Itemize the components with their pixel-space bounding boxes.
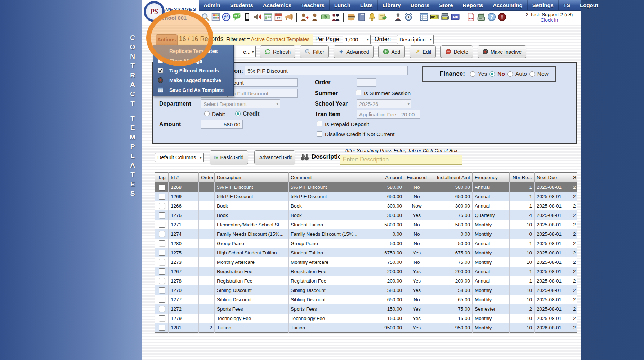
table-row[interactable]: 1279Technology FeeTechnology Fee150.00Ye… [155, 314, 577, 323]
summer-session-checkbox[interactable] [356, 90, 361, 95]
search-icon[interactable] [201, 13, 210, 21]
actions-button[interactable]: Actions [156, 34, 178, 45]
order-input[interactable] [357, 78, 376, 87]
tag-checkbox[interactable] [159, 315, 165, 321]
lunch-icon[interactable] [347, 13, 355, 21]
credit-radio[interactable] [235, 111, 241, 116]
column-header-comment[interactable]: Comment [289, 173, 362, 182]
menu-item-replicate-templates[interactable]: Replicate Templates [153, 46, 233, 56]
table-row[interactable]: 1273Monthly AftercareMonthly Aftercare75… [155, 257, 577, 267]
ledger-icon[interactable] [420, 13, 428, 21]
nav-item-lunch[interactable]: Lunch [330, 0, 355, 10]
disallow-credit-checkbox[interactable] [317, 131, 322, 137]
menu-item-save-grid-as-template[interactable]: Save Grid As Template [153, 85, 233, 95]
finance-yes-radio[interactable] [470, 71, 475, 77]
tag-checkbox[interactable] [159, 306, 165, 312]
speaker-icon[interactable] [253, 13, 262, 21]
table-row[interactable]: 1280Group PianoGroup Piano50.00No50.00An… [155, 239, 577, 248]
tag-checkbox[interactable] [159, 222, 165, 228]
column-header-id[interactable]: Id # [169, 173, 199, 182]
tag-checkbox[interactable] [159, 212, 165, 218]
nav-item-students[interactable]: Students [225, 0, 258, 10]
description-input[interactable] [245, 66, 408, 75]
table-row[interactable]: 1274Family Needs Discount (15%...Family … [155, 229, 577, 239]
basic-grid-button[interactable]: Basic Grid [210, 150, 248, 164]
advanced-button[interactable]: Advanced [334, 45, 374, 58]
calendar-icon[interactable] [264, 13, 272, 21]
table-row[interactable]: 1271Elementary/Middle School St...Studen… [155, 220, 577, 229]
print-checks-icon[interactable] [440, 13, 449, 21]
nav-item-donors[interactable]: Donors [406, 0, 435, 10]
nav-item-store[interactable]: Store [434, 0, 458, 10]
menu-item-tag-filtered-records[interactable]: Tag Filtered Records [153, 66, 233, 75]
finance-auto-radio[interactable] [507, 71, 513, 77]
nav-item-academics[interactable]: Academics [258, 0, 296, 10]
per-page-select[interactable]: 1,000▾ [343, 35, 371, 44]
make-inactive-button[interactable]: Make Inactive [478, 45, 526, 58]
phone-icon[interactable] [243, 13, 251, 21]
column-header-order[interactable]: Order [199, 173, 215, 182]
table-row[interactable]: 1278Registration FeeRegistration Fee200.… [155, 276, 577, 285]
tag-checkbox[interactable] [159, 259, 165, 265]
table-row[interactable]: 12695% PIF Discount5% PIF Discount650.00… [155, 192, 577, 201]
order-select[interactable]: Description▾ [397, 35, 434, 44]
alert-icon[interactable] [498, 13, 506, 21]
tag-checkbox[interactable] [159, 203, 165, 209]
tag-checkbox[interactable] [159, 287, 165, 293]
tag-checkbox[interactable] [159, 240, 165, 246]
nav-item-settings[interactable]: Settings [528, 0, 559, 10]
advanced-grid-button[interactable]: Advanced Grid [254, 150, 295, 164]
finance-no-radio[interactable] [489, 71, 495, 77]
tag-checkbox[interactable] [159, 325, 165, 331]
table-row[interactable]: 1272Sports FeesSports Fees150.00Yes75.00… [155, 304, 577, 314]
delete-button[interactable]: Delete [440, 45, 473, 58]
nav-item-accounting[interactable]: Accounting [488, 0, 528, 10]
description-search-input[interactable] [340, 155, 462, 165]
add-button[interactable]: Add [378, 45, 405, 58]
table-row[interactable]: 1275High School Student TuitionStudent T… [155, 248, 577, 257]
tag-checkbox[interactable] [159, 184, 165, 190]
department-select[interactable]: Select Department▾ [201, 99, 280, 108]
finance-now-radio[interactable] [529, 71, 535, 77]
staff-icon[interactable] [394, 13, 402, 21]
refresh-button[interactable]: Refresh [260, 45, 295, 58]
ap-icon[interactable]: A/P [451, 13, 460, 21]
table-row[interactable]: 1267Registration FeeRegistration Fee200.… [155, 267, 577, 276]
tran-item-input[interactable] [357, 110, 420, 119]
date-icon[interactable]: 17 [274, 13, 283, 21]
column-header-amount[interactable]: Amount [362, 173, 404, 182]
column-header-financed[interactable]: Financed [404, 173, 429, 182]
nav-item-lists[interactable]: Lists [355, 0, 378, 10]
add-student-icon[interactable] [300, 13, 309, 21]
column-header-description[interactable]: Description [215, 173, 289, 182]
debit-radio[interactable] [204, 111, 210, 116]
tag-checkbox[interactable] [159, 268, 165, 275]
check-icon[interactable] [430, 13, 439, 21]
nav-item-reports[interactable]: Reports [458, 0, 488, 10]
family-icon[interactable] [331, 13, 340, 21]
tag-checkbox[interactable] [159, 194, 165, 200]
money-icon[interactable]: $ [321, 13, 330, 21]
email-icon[interactable]: @ [222, 13, 231, 21]
menu-item-make-tagged-inactive[interactable]: Make Tagged Inactive [153, 75, 233, 85]
school-year-select[interactable]: 2025-26▾ [357, 99, 411, 108]
column-header-tag[interactable]: Tag [155, 173, 169, 182]
columns-select[interactable]: Default Columns▾ [155, 153, 204, 162]
tag-checkbox[interactable] [159, 278, 165, 284]
sms-icon[interactable]: + [232, 13, 241, 21]
send-note-icon[interactable] [378, 13, 387, 21]
table-row[interactable]: 12685% PIF Discount5% PIF Discount580.00… [155, 182, 577, 192]
student-icon[interactable] [310, 13, 319, 21]
column-header-frequency[interactable]: Frequency [473, 173, 510, 182]
pdf-icon[interactable]: PDF [466, 13, 475, 21]
help-icon[interactable]: ? [487, 13, 496, 21]
column-header-next-due[interactable]: Next Due [535, 173, 572, 182]
table-row[interactable]: 1266BookBook300.00Now300.00Annual12025-0… [155, 201, 577, 210]
column-header-s[interactable]: S [572, 173, 577, 182]
table-row[interactable]: 12812TuitionTuition9500.00Yes950.00Month… [155, 323, 577, 333]
nav-item-logout[interactable]: Logout [575, 0, 603, 10]
cash-register-icon[interactable] [477, 13, 486, 21]
table-row[interactable]: 1270Sibling DiscountSibling Discount580.… [155, 285, 577, 295]
nav-item-ts[interactable]: TS [559, 0, 575, 10]
filter-button[interactable]: Filter [300, 45, 329, 58]
